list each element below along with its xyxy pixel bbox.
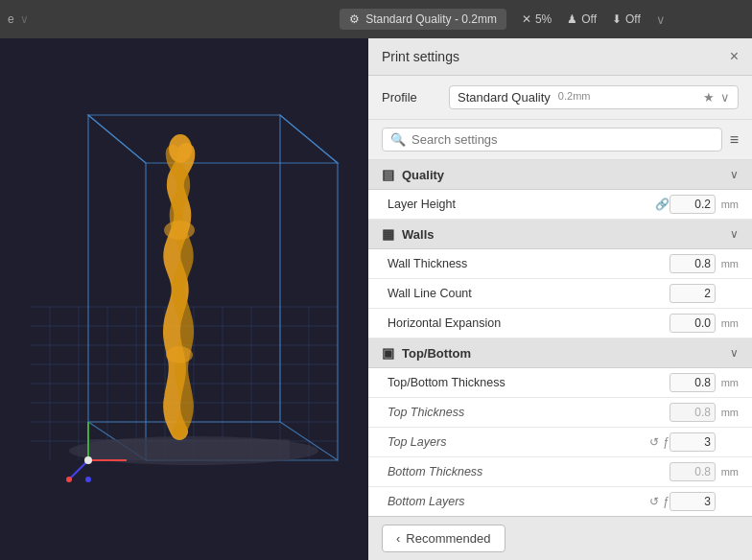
profile-name: Standard Quality — [458, 90, 551, 105]
reset-icon[interactable]: ↺ — [649, 435, 659, 449]
layer-height-actions: 🔗 — [655, 198, 670, 211]
support-label: Off — [581, 12, 597, 26]
svg-point-28 — [166, 346, 193, 363]
svg-point-34 — [66, 477, 72, 482]
toolbar-left: e ∨ — [8, 12, 249, 26]
top-thickness-unit: mm — [716, 407, 739, 418]
topbottom-icon: ▣ — [382, 345, 394, 361]
infill-btn[interactable]: ✕ 5% — [522, 12, 552, 26]
top-thickness-input[interactable] — [670, 403, 716, 422]
horizontal-expansion-input[interactable] — [670, 314, 716, 333]
bottom-thickness-unit: mm — [716, 466, 739, 478]
section-walls[interactable]: ▦ Walls ∨ — [368, 220, 752, 249]
adhesion-label: Off — [625, 12, 641, 26]
profile-select-text: Standard Quality 0.2mm — [458, 90, 590, 105]
panel-close-btn[interactable]: × — [730, 48, 739, 65]
svg-rect-25 — [88, 439, 290, 460]
topbottom-thickness-unit: mm — [716, 377, 739, 388]
settings-panel: Print settings × Profile Standard Qualit… — [368, 38, 752, 560]
panel-title: Print settings — [382, 49, 459, 64]
wall-thickness-row: Wall Thickness mm — [368, 249, 752, 279]
viewport[interactable] — [0, 38, 368, 560]
quality-chevron: ∨ — [730, 168, 739, 181]
search-bar: 🔍 ≡ — [368, 120, 752, 160]
section-quality[interactable]: ▤ Quality ∨ — [368, 160, 752, 190]
svg-point-27 — [164, 221, 195, 240]
walls-icon: ▦ — [382, 226, 394, 242]
wall-thickness-input[interactable] — [670, 254, 716, 273]
support-icon: ♟ — [567, 12, 577, 26]
profile-select[interactable]: Standard Quality 0.2mm ★ ∨ — [449, 85, 739, 109]
bottom-thickness-input[interactable] — [670, 462, 716, 481]
chevron-down-icon: ∨ — [720, 90, 730, 105]
settings-menu-btn[interactable]: ≡ — [730, 131, 739, 149]
chevron-icon: ∨ — [20, 12, 29, 26]
profile-row: Profile Standard Quality 0.2mm ★ ∨ — [368, 76, 752, 120]
horizontal-expansion-unit: mm — [716, 317, 739, 329]
infill-label: 5% — [535, 12, 552, 26]
bottom-bar: ‹ Recommended — [368, 516, 752, 560]
svg-point-32 — [84, 456, 92, 464]
toolbar-chevron: ∨ — [656, 12, 666, 27]
top-layers-actions: ↺ ƒ — [649, 435, 670, 449]
layer-height-label: Layer Height — [388, 198, 655, 211]
bottom-reset-icon[interactable]: ↺ — [649, 495, 659, 508]
panel-header: Print settings × — [368, 38, 752, 76]
search-input-wrapper: 🔍 — [382, 128, 722, 152]
wall-line-count-row: Wall Line Count — [368, 279, 752, 309]
bottom-layers-input[interactable] — [670, 492, 716, 511]
profile-actions: ★ ∨ — [703, 90, 730, 105]
topbottom-thickness-input[interactable] — [670, 373, 716, 392]
adhesion-btn[interactable]: ⬇ Off — [612, 12, 641, 26]
app-name: e — [8, 12, 14, 26]
topbottom-chevron: ∨ — [730, 346, 739, 360]
bottom-layers-actions: ↺ ƒ — [649, 495, 670, 508]
walls-chevron: ∨ — [730, 227, 739, 241]
bottom-layers-row: Bottom Layers ↺ ƒ — [368, 487, 752, 516]
search-icon: 🔍 — [390, 132, 406, 147]
chevron-left-icon: ‹ — [396, 531, 400, 546]
svg-point-26 — [169, 134, 192, 163]
svg-point-33 — [85, 477, 91, 482]
adhesion-icon: ⬇ — [612, 12, 622, 26]
infill-icon: ✕ — [522, 12, 531, 26]
top-layers-input[interactable] — [670, 432, 716, 452]
bottom-thickness-label: Bottom Thickness — [388, 465, 670, 478]
layer-height-input[interactable] — [670, 195, 716, 214]
function-icon[interactable]: ƒ — [663, 435, 670, 449]
recommended-btn[interactable]: ‹ Recommended — [382, 525, 505, 552]
horizontal-expansion-label: Horizontal Expansion — [388, 316, 670, 330]
star-icon[interactable]: ★ — [703, 90, 715, 105]
profile-label: Profile — [382, 90, 439, 105]
profile-detail: 0.2mm — [558, 90, 591, 105]
section-quality-label: Quality — [402, 168, 444, 182]
search-input[interactable] — [411, 132, 714, 147]
section-quality-left: ▤ Quality — [382, 167, 444, 182]
wall-thickness-label: Wall Thickness — [388, 257, 670, 270]
wall-thickness-unit: mm — [716, 258, 739, 269]
section-topbottom-left: ▣ Top/Bottom — [382, 345, 471, 361]
layer-height-row: Layer Height 🔗 mm — [368, 190, 752, 220]
support-btn[interactable]: ♟ Off — [567, 12, 597, 26]
section-walls-left: ▦ Walls — [382, 226, 434, 242]
quality-icon: ▤ — [382, 167, 394, 182]
top-thickness-label: Top Thickness — [388, 406, 670, 419]
toolbar-center: ⚙ Standard Quality - 0.2mm ✕ 5% ♟ Off ⬇ … — [261, 9, 744, 30]
top-thickness-row: Top Thickness mm — [368, 398, 752, 428]
bottom-function-icon[interactable]: ƒ — [663, 495, 670, 508]
settings-list: ▤ Quality ∨ Layer Height 🔗 mm ▦ Walls — [368, 160, 752, 516]
main-area: Print settings × Profile Standard Qualit… — [0, 38, 752, 560]
bottom-thickness-row: Bottom Thickness mm — [368, 457, 752, 487]
section-topbottom[interactable]: ▣ Top/Bottom ∨ — [368, 338, 752, 368]
link-icon: 🔗 — [655, 198, 670, 211]
horizontal-expansion-row: Horizontal Expansion mm — [368, 309, 752, 338]
bottom-layers-label: Bottom Layers — [388, 495, 649, 508]
wall-line-count-input[interactable] — [670, 284, 716, 303]
profile-btn[interactable]: ⚙ Standard Quality - 0.2mm — [340, 9, 506, 30]
topbottom-thickness-label: Top/Bottom Thickness — [388, 376, 670, 389]
top-layers-label: Top Layers — [388, 435, 649, 449]
topbottom-thickness-row: Top/Bottom Thickness mm — [368, 368, 752, 398]
section-topbottom-label: Top/Bottom — [402, 346, 471, 361]
recommended-label: Recommended — [406, 531, 490, 546]
section-walls-label: Walls — [402, 227, 434, 242]
